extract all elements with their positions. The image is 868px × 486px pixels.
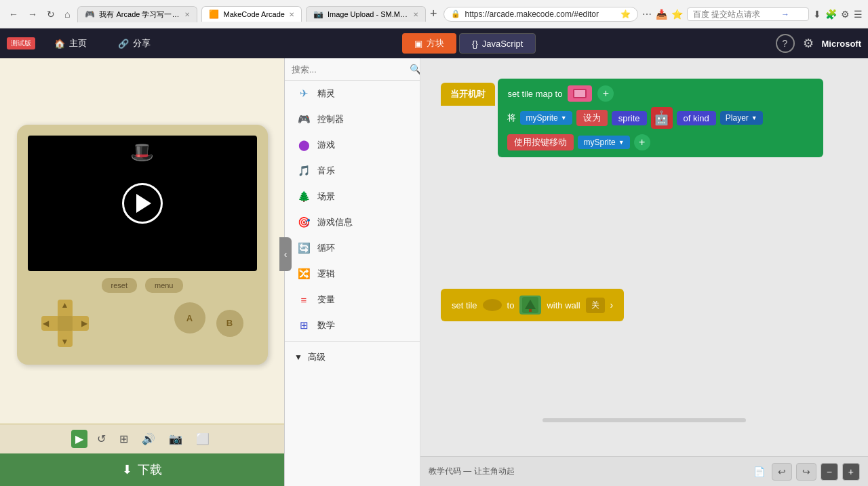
sidebar-item-sprite[interactable]: ✈ 精灵 xyxy=(285,81,420,106)
sim-sound-btn[interactable]: 🔊 xyxy=(138,430,159,448)
to-text: to xyxy=(507,300,515,310)
sidebar-item-game[interactable]: ⬤ 游戏 xyxy=(285,132,420,158)
reset-button[interactable]: reset xyxy=(102,278,137,293)
btn-b[interactable]: B xyxy=(216,310,243,337)
wall-toggle-btn[interactable]: 关 xyxy=(586,298,605,313)
tab3-close[interactable]: ✕ xyxy=(413,11,418,18)
sidebar-label-advanced: 高级 xyxy=(308,351,326,363)
tile-map-preview[interactable] xyxy=(568,85,592,102)
set-label: 设为 xyxy=(576,110,608,126)
block-right-arrow-icon: › xyxy=(610,300,614,310)
wall-close-label: 关 xyxy=(591,300,599,310)
menu-icon[interactable]: ☰ xyxy=(854,9,863,20)
sidebar-search-input[interactable] xyxy=(292,64,406,75)
forward-button[interactable]: → xyxy=(24,7,41,21)
sim-fullscreen-btn[interactable]: ⊞ xyxy=(115,430,132,448)
sidebar-item-math[interactable]: ⊞ 数学 xyxy=(285,312,420,338)
code-bottom-bar: 教学代码 — 让主角动起 📄 ↩ ↪ − + xyxy=(420,456,868,486)
sim-play-btn[interactable]: ▶ xyxy=(71,430,87,448)
tab1-close[interactable]: ✕ xyxy=(184,11,190,18)
app-bar-right: ? ⚙ Microsoft xyxy=(776,34,862,53)
tab2-close[interactable]: ✕ xyxy=(289,11,294,18)
dpad-up-icon[interactable]: ▲ xyxy=(61,301,69,309)
btn-a[interactable]: A xyxy=(174,302,205,333)
tutorial-doc-icon[interactable]: 📄 xyxy=(753,466,765,477)
browser-tab-2[interactable]: 🟧 MakeCode Arcade ✕ xyxy=(201,6,302,22)
browser-actions: ⋯ 📥 ⭐ xyxy=(642,9,683,20)
on-start-block[interactable]: 当开机时 xyxy=(441,83,495,106)
js-tab[interactable]: {} JavaScript xyxy=(459,33,536,54)
settings-icon[interactable]: ⚙ xyxy=(841,9,850,20)
tilemap-add-btn[interactable]: + xyxy=(597,85,614,102)
back-button[interactable]: ← xyxy=(5,7,22,21)
main-layout: 🎩 reset menu ▲ ▼ xyxy=(0,58,868,486)
play-triangle-icon xyxy=(136,194,151,213)
sidebar-search-icon[interactable]: 🔍 xyxy=(410,64,420,75)
on-start-block-container: 当开机时 set tile map to + 将 mySpri xyxy=(441,79,823,157)
sidebar-item-gameinfo[interactable]: 🎯 游戏信息 xyxy=(285,209,420,235)
sidebar-item-controller[interactable]: 🎮 控制器 xyxy=(285,106,420,132)
sidebar-label-sprite: 精灵 xyxy=(317,87,335,100)
math-icon: ⊞ xyxy=(297,319,311,331)
mysprite-dropdown[interactable]: mySprite ▼ xyxy=(520,111,572,125)
search-go-icon[interactable]: → xyxy=(781,9,789,19)
sidebar-item-music[interactable]: 🎵 音乐 xyxy=(285,158,420,184)
addons-icon[interactable]: 🧩 xyxy=(825,9,837,20)
sim-restart-btn[interactable]: ↺ xyxy=(93,430,110,448)
sidebar-item-scene[interactable]: 🌲 场景 xyxy=(285,184,420,209)
sidebar-item-logic[interactable]: 🔀 逻辑 xyxy=(285,261,420,287)
nav-controls: ← → ↻ ⌂ xyxy=(5,7,73,21)
sidebar-item-advanced[interactable]: ▼ 高级 xyxy=(285,344,420,370)
extensions-icon[interactable]: ⋯ xyxy=(642,9,652,20)
sim-screenshot-btn[interactable]: 📷 xyxy=(165,430,186,448)
pocket-icon[interactable]: 📥 xyxy=(656,9,667,20)
block-group-main: set tile map to + 将 mySprite ▼ 设为 xyxy=(498,79,823,157)
home-label: 主页 xyxy=(69,37,87,49)
sprite-icon-preview[interactable]: 🤖 xyxy=(651,107,673,129)
mysprite-move-dropdown[interactable]: mySprite ▼ xyxy=(578,136,629,149)
sprite-text: sprite xyxy=(612,111,647,125)
dpad-down-icon[interactable]: ▼ xyxy=(61,338,69,346)
tab2-favicon: 🟧 xyxy=(209,9,219,19)
tile-block-container: set tile to with wall 关 › xyxy=(441,289,624,321)
collapse-sidebar-btn[interactable]: ‹ xyxy=(279,237,292,271)
mysprite-move-label: mySprite xyxy=(583,138,615,147)
tab1-favicon: 🎮 xyxy=(85,9,95,19)
move-add-btn[interactable]: + xyxy=(634,134,650,150)
app-settings-icon[interactable]: ⚙ xyxy=(803,36,814,51)
home-button[interactable]: ⌂ xyxy=(61,7,73,21)
download-icon[interactable]: ⬇ xyxy=(813,9,821,20)
tile-oval[interactable] xyxy=(483,299,502,311)
sidebar-item-variable[interactable]: ≡ 变量 xyxy=(285,287,420,312)
browser-tab-3[interactable]: 📷 Image Upload - SM.MS - Simp... ✕ xyxy=(306,6,426,22)
undo-button[interactable]: ↩ xyxy=(772,463,792,481)
menu-button[interactable]: menu xyxy=(145,278,183,293)
sim-expand-btn[interactable]: ⬜ xyxy=(192,430,214,448)
horizontal-scrollbar[interactable] xyxy=(542,418,746,422)
dpad-right-icon[interactable]: ▶ xyxy=(81,319,87,327)
new-tab-button[interactable]: + xyxy=(430,7,437,21)
player-dropdown[interactable]: Player ▼ xyxy=(720,111,763,125)
zoom-out-button[interactable]: − xyxy=(821,463,838,481)
home-tab[interactable]: 🏠 主页 xyxy=(42,33,99,54)
browser-tab-1[interactable]: 🎮 我有 Arcade 学习写一款 RPG 游戏... ✕ xyxy=(77,6,197,22)
share-tab[interactable]: 🔗 分享 xyxy=(106,33,163,54)
blocks-label: 方块 xyxy=(427,37,444,49)
dpad-left-icon[interactable]: ◀ xyxy=(43,319,49,327)
redo-button[interactable]: ↪ xyxy=(796,463,816,481)
help-icon[interactable]: ? xyxy=(776,34,795,53)
blocks-tab[interactable]: ▣ 方块 xyxy=(402,33,456,54)
sidebar-label-math: 数学 xyxy=(317,319,335,331)
download-button[interactable]: ⬇ 下载 xyxy=(0,453,284,486)
simulator-panel: 🎩 reset menu ▲ ▼ xyxy=(0,58,285,486)
zoom-in-button[interactable]: + xyxy=(842,463,860,481)
collapse-icon: ‹ xyxy=(284,249,288,260)
star-icon[interactable]: ⭐ xyxy=(671,9,683,20)
bookmark-icon[interactable]: ⭐ xyxy=(620,9,631,19)
sim-hat-icon: 🎩 xyxy=(130,141,154,163)
search-input[interactable] xyxy=(693,9,781,19)
play-button[interactable] xyxy=(122,183,163,224)
refresh-button[interactable]: ↻ xyxy=(43,7,58,21)
tile-green-preview[interactable] xyxy=(519,296,541,315)
sidebar-item-loop[interactable]: 🔄 循环 xyxy=(285,235,420,261)
